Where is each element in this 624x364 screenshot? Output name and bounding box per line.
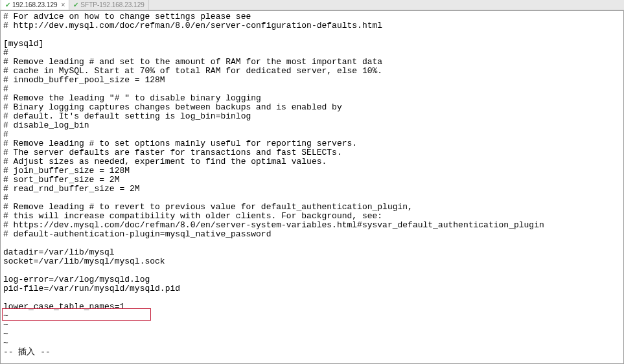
text-editor[interactable]: # For advice on how to change settings p… [0,10,624,364]
tab-active[interactable]: ✔ 192.168.23.129 × [1,0,69,10]
check-icon: ✔ [5,1,10,8]
tab-label: 192.168.23.129 [12,1,58,8]
file-content[interactable]: # For advice on how to change settings p… [3,12,621,357]
close-icon[interactable]: × [62,1,65,8]
tab-label: SFTP-192.168.23.129 [80,1,144,8]
tab-bar: ✔ 192.168.23.129 × ✔ SFTP-192.168.23.129 [0,0,624,10]
check-icon: ✔ [73,1,78,8]
tab-inactive[interactable]: ✔ SFTP-192.168.23.129 [69,0,148,10]
